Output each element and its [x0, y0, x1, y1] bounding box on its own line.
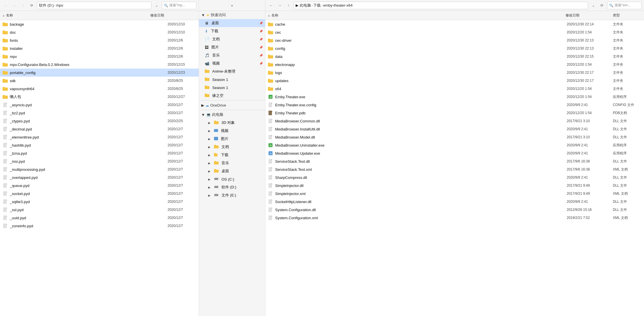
onedrive-header[interactable]: ▶ ☁ OneDrive — [199, 101, 265, 109]
right-expand-button[interactable]: ⌄ — [590, 2, 597, 9]
list-item[interactable]: SharpCompress.dll2020/9/9 2:41DLL 文件 — [265, 173, 644, 181]
right-col-name[interactable]: 名称 — [271, 13, 564, 18]
list-item[interactable]: fonts2020/12/6 — [0, 36, 199, 44]
quick-access-item[interactable]: 🖼图片📌 — [199, 43, 265, 51]
right-refresh-button[interactable]: ⟳ — [598, 2, 605, 9]
right-path-download[interactable]: 下载 — [313, 3, 321, 8]
list-item[interactable]: data2020/12/30 22:15文件夹 — [265, 52, 644, 60]
up-button[interactable]: ↑ — [20, 2, 27, 9]
quick-access-item[interactable]: Season 1 — [199, 84, 265, 92]
quick-access-item[interactable]: Anime-未整理 — [199, 67, 265, 75]
list-item[interactable]: _hashlib.pyd2020/12/7 — [0, 141, 199, 149]
expand-path-button[interactable]: ⌄ — [153, 2, 160, 9]
right-up-button[interactable]: ↑ — [285, 2, 292, 9]
list-item[interactable]: portable_config2020/12/23 — [0, 69, 199, 77]
list-item[interactable]: _zoneinfo.pyd2020/12/7 — [0, 222, 199, 230]
list-item[interactable]: _decimal.pyd2020/12/7 — [0, 125, 199, 133]
this-pc-item[interactable]: ▶桌面 — [199, 167, 265, 175]
left-col-date[interactable]: 修改日期 — [150, 13, 196, 18]
left-col-name[interactable]: 名称 — [6, 13, 149, 18]
this-pc-item[interactable]: ▶下载 — [199, 151, 265, 159]
list-item[interactable]: installer2020/12/6 — [0, 44, 199, 52]
this-pc-item[interactable]: ▶音乐 — [199, 159, 265, 167]
list-item[interactable]: SimpleInjector.xml2017/9/21 9:49XML 文档 — [265, 190, 644, 198]
list-item[interactable]: ServiceStack.Text.xml2017/9/6 16:38XML 文… — [265, 165, 644, 173]
list-item[interactable]: sdk2020/8/25 — [0, 77, 199, 85]
list-item[interactable]: SimpleInjector.dll2017/9/21 9:49DLL 文件 — [265, 181, 644, 190]
left-path-bar[interactable]: 软件 (D:) › mpv — [37, 2, 151, 9]
left-search-bar[interactable]: 🔍 搜索"mp... — [162, 2, 196, 9]
list-item[interactable]: cec-driver2020/12/30 22:13文件夹 — [265, 36, 644, 44]
this-pc-item[interactable]: ▶图片 — [199, 135, 265, 143]
list-item[interactable]: ⚙Emby.Theater.exe2020/12/20 1:54应用程序 — [265, 93, 644, 101]
list-item[interactable]: backage2020/12/10 — [0, 20, 199, 28]
list-item[interactable]: _ctypes.pyd2020/2/25 — [0, 117, 199, 125]
forward-button[interactable]: → — [11, 2, 18, 9]
refresh-button[interactable]: ⟳ — [28, 2, 35, 9]
quick-access-item[interactable]: 📄文档📌 — [199, 35, 265, 43]
this-pc-item[interactable]: ▶OS (C:) — [199, 175, 265, 183]
right-search-bar[interactable]: 🔍 搜索"em... — [607, 2, 642, 9]
right-forward-button[interactable]: → — [276, 2, 283, 9]
quick-access-item[interactable]: ⬇下载📌 — [199, 27, 265, 35]
list-item[interactable]: _uuid.pyd2020/12/7 — [0, 214, 199, 222]
this-pc-item[interactable]: ▶软件 (D:) — [199, 183, 265, 191]
list-item[interactable]: logs2020/12/30 22:17文件夹 — [265, 69, 644, 77]
list-item[interactable]: _sqlite3.pyd2020/12/7 — [0, 198, 199, 206]
list-item[interactable]: electronapp2020/12/20 1:54文件夹 — [265, 60, 644, 69]
this-pc-item[interactable]: ▶文件 (E:) — [199, 191, 265, 199]
this-pc-item[interactable]: ▶视频 — [199, 127, 265, 135]
list-item[interactable]: ⚙MediaBrowser.Uninstaller.exe2020/9/9 2:… — [265, 141, 644, 149]
this-pc-item[interactable]: ▶3D 对象 — [199, 119, 265, 127]
list-item[interactable]: vapoursynth642020/8/25 — [0, 85, 199, 93]
quick-access-item[interactable]: 缘之空 — [199, 92, 265, 100]
right-path-computer[interactable]: 此电脑 — [300, 3, 311, 8]
list-item[interactable]: _socket.pyd2020/12/7 — [0, 190, 199, 198]
list-item[interactable]: MediaBrowser.Common.dll2017/9/21 3:10DLL… — [265, 117, 644, 125]
right-back-button[interactable]: ← — [268, 2, 275, 9]
list-item[interactable]: Emby.Theater.pdb2020/12/20 1:54PDB文档 — [265, 109, 644, 117]
list-item[interactable]: System.Configuration.dll2012/9/26 15:16D… — [265, 206, 644, 214]
list-item[interactable]: MediaBrowser.InstallUtil.dll2020/9/9 2:4… — [265, 125, 644, 133]
list-item[interactable]: _msi.pyd2020/12/7 — [0, 157, 199, 165]
list-item[interactable]: ServiceStack.Text.dll2017/9/6 16:38DLL 文… — [265, 157, 644, 165]
list-item[interactable]: _ssl.pyd2020/12/7 — [0, 206, 199, 214]
list-item[interactable]: updates2020/12/30 22:17文件夹 — [265, 77, 644, 85]
back-button[interactable]: ← — [2, 2, 9, 9]
list-item[interactable]: _asyncio.pyd2020/12/7 — [0, 101, 199, 109]
list-item[interactable]: _multiprocessing.pyd2020/12/7 — [0, 165, 199, 173]
quick-access-item[interactable]: 🖥桌面📌 — [199, 19, 265, 27]
list-item[interactable]: _overlapped.pyd2020/12/7 — [0, 173, 199, 181]
right-col-type[interactable]: 类型 — [613, 13, 642, 18]
right-path-seg1[interactable]: ▶ — [296, 3, 298, 7]
this-pc-header[interactable]: ▼ 💻 此电脑 — [199, 111, 265, 119]
list-item[interactable]: SocketHttpListener.dll2020/9/9 2:41DLL 文… — [265, 198, 644, 206]
svg-rect-11 — [3, 63, 5, 64]
list-item[interactable]: mpv.Configurator.Beta.0.2.Windows2020/12… — [0, 60, 199, 69]
list-item[interactable]: x642020/12/20 1:54文件夹 — [265, 85, 644, 93]
list-item[interactable]: doc2020/12/10 — [0, 28, 199, 36]
list-item[interactable]: ⚙MediaBrowser.Updater.exe2020/9/9 2:41应用… — [265, 149, 644, 157]
quick-access-header[interactable]: ▼ ★ 快速访问 — [199, 11, 265, 19]
quick-access-item[interactable]: Season 1 — [199, 75, 265, 84]
list-item[interactable]: _queue.pyd2020/12/7 — [0, 181, 199, 190]
list-item[interactable]: _bz2.pyd2020/12/7 — [0, 109, 199, 117]
path-segment-folder[interactable]: mpv — [56, 3, 63, 7]
list-item[interactable]: config2020/12/30 22:13文件夹 — [265, 44, 644, 52]
quick-access-item[interactable]: 📹视频📌 — [199, 59, 265, 67]
list-item[interactable]: MediaBrowser.Model.dll2017/9/21 3:10DLL … — [265, 133, 644, 141]
right-path-folder[interactable]: emby-theater-x64 — [323, 3, 353, 7]
list-item[interactable]: cache2020/12/30 22:14文件夹 — [265, 20, 644, 28]
list-item[interactable]: 懒人包2020/12/27 — [0, 93, 199, 101]
right-path-bar[interactable]: ▶ 此电脑 › 下载 › emby-theater-x64 — [294, 2, 588, 9]
list-item[interactable]: mpv2020/12/6 — [0, 52, 199, 60]
list-item[interactable]: _elementtree.pyd2020/12/7 — [0, 133, 199, 141]
path-segment-drive[interactable]: 软件 (D:) — [39, 3, 54, 8]
right-col-date[interactable]: 修改日期 — [566, 13, 612, 18]
this-pc-item[interactable]: ▶文档 — [199, 143, 265, 151]
list-item[interactable]: _lzma.pyd2020/12/7 — [0, 149, 199, 157]
list-item[interactable]: Emby.Theater.exe.config2020/9/9 2:41CONF… — [265, 101, 644, 109]
quick-access-item[interactable]: 🎵音乐📌 — [199, 51, 265, 59]
list-item[interactable]: cec2020/12/20 1:54文件夹 — [265, 28, 644, 36]
list-item[interactable]: System.Configuration.xml2019/2/21 7:52XM… — [265, 214, 644, 222]
